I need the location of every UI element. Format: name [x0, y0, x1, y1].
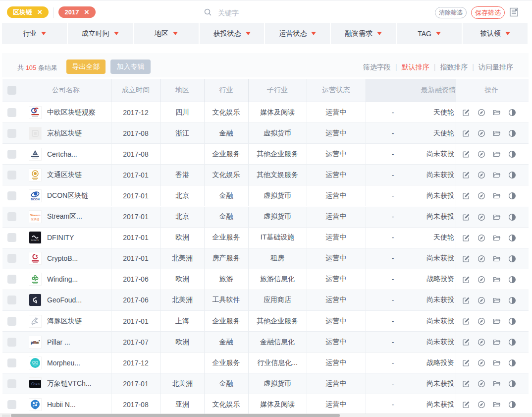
- svg-text:DCON: DCON: [31, 198, 40, 201]
- svg-text:区块链: 区块链: [31, 218, 40, 221]
- svg-text:DFINITY: DFINITY: [31, 239, 39, 241]
- svg-text:pillar: pillar: [31, 340, 40, 345]
- svg-text:万象链: 万象链: [33, 383, 40, 385]
- svg-text:Stream: Stream: [30, 213, 41, 217]
